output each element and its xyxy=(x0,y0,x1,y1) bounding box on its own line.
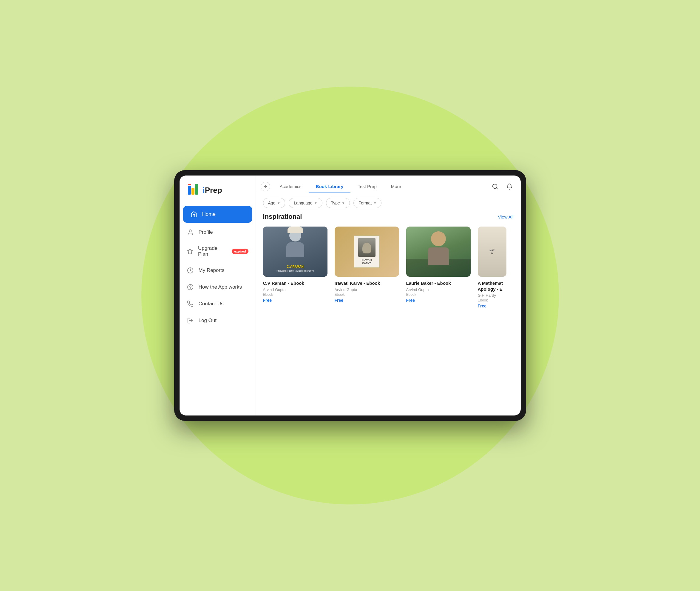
sidebar-item-profile-label: Profile xyxy=(199,229,213,235)
reports-icon xyxy=(187,267,194,274)
book-type-cv-raman: Ebook xyxy=(263,292,327,297)
book-title-laurie: Laurie Baker - Ebook xyxy=(406,280,471,286)
view-all-button[interactable]: View All xyxy=(498,214,513,219)
format-chevron-icon: ▼ xyxy=(373,201,376,205)
filter-bar: Age ▼ Language ▼ Type ▼ Format ▼ xyxy=(256,193,521,213)
logo: iPrep xyxy=(179,176,256,202)
filter-language[interactable]: Language ▼ xyxy=(289,198,322,208)
mathematician-cover-text: MATA xyxy=(488,248,496,256)
book-price-irawati: Free xyxy=(335,298,399,303)
tab-more[interactable]: More xyxy=(384,180,408,193)
filter-format[interactable]: Format ▼ xyxy=(354,198,381,208)
svg-rect-1 xyxy=(191,188,195,195)
collapse-sidebar-button[interactable] xyxy=(261,182,270,191)
age-chevron-icon: ▼ xyxy=(277,201,280,205)
book-type-laurie: Ebook xyxy=(406,292,471,297)
sidebar-item-profile[interactable]: Profile xyxy=(179,224,256,241)
book-author-mathematician: G.H.Hardy xyxy=(478,293,507,298)
book-price-laurie: Free xyxy=(406,298,471,303)
irawati-photo xyxy=(358,238,376,257)
book-cover-laurie xyxy=(406,226,471,277)
logo-icon xyxy=(188,184,201,196)
logout-icon xyxy=(187,317,194,324)
sidebar-item-upgrade-label: Upgrade Plan xyxy=(198,245,227,257)
top-bar-right xyxy=(491,182,514,191)
tablet-screen: iPrep Home xyxy=(179,176,521,415)
language-chevron-icon: ▼ xyxy=(314,201,317,205)
section-title: Inspirational xyxy=(263,213,302,220)
sidebar: iPrep Home xyxy=(179,176,256,415)
sidebar-item-reports-label: My Reports xyxy=(199,267,225,273)
section-header: Inspirational View All xyxy=(263,213,514,220)
book-card-laurie[interactable]: Laurie Baker - Ebook Arvind Gupta Ebook … xyxy=(406,226,471,308)
book-price-mathematician: Free xyxy=(478,304,507,308)
svg-point-4 xyxy=(189,230,191,232)
tab-test-prep[interactable]: Test Prep xyxy=(351,180,384,193)
laurie-figure xyxy=(428,231,449,265)
tab-book-library[interactable]: Book Library xyxy=(309,180,351,193)
home-icon xyxy=(190,211,198,218)
book-author-laurie: Arvind Gupta xyxy=(406,287,471,292)
irawati-inner-frame: IRAVATIKARVE xyxy=(354,235,380,268)
book-title-irawati: Irawati Karve - Ebook xyxy=(335,280,399,286)
type-chevron-icon: ▼ xyxy=(342,201,345,205)
sidebar-item-home-label: Home xyxy=(202,211,216,217)
book-price-cv-raman: Free xyxy=(263,298,327,303)
book-title-mathematician: A Mathemat Apology - E xyxy=(478,280,507,292)
book-title-cv-raman: C.V Raman - Ebook xyxy=(263,280,327,286)
tab-academics[interactable]: Academics xyxy=(273,180,309,193)
sidebar-item-contact-label: Contact Us xyxy=(199,301,224,307)
svg-rect-2 xyxy=(195,184,198,195)
howworks-icon xyxy=(187,283,194,291)
filter-type[interactable]: Type ▼ xyxy=(326,198,350,208)
sidebar-item-howworks-label: How the App works xyxy=(199,284,242,290)
filter-age[interactable]: Age ▼ xyxy=(263,198,286,208)
top-bar-left: Academics Book Library Test Prep More xyxy=(261,180,408,193)
book-card-cv-raman[interactable]: C.V RAMAN7 November 1888 - 21 November 1… xyxy=(263,226,327,308)
sidebar-item-reports[interactable]: My Reports xyxy=(179,262,256,279)
books-grid: C.V RAMAN7 November 1888 - 21 November 1… xyxy=(263,226,514,308)
upgrade-icon xyxy=(187,248,193,255)
top-bar: Academics Book Library Test Prep More xyxy=(256,176,521,193)
sidebar-item-home[interactable]: Home xyxy=(183,206,252,223)
book-section: Inspirational View All xyxy=(256,213,521,415)
sidebar-item-upgrade[interactable]: Upgrade Plan expired xyxy=(179,241,256,262)
search-button[interactable] xyxy=(491,182,499,191)
book-card-mathematician[interactable]: MATA A Mathemat Apology - E G.H.Hardy Eb… xyxy=(478,226,507,308)
book-cover-cv-raman: C.V RAMAN7 November 1888 - 21 November 1… xyxy=(263,226,327,277)
book-card-irawati[interactable]: IRAVATIKARVE Irawati Karve - Ebook Arvin… xyxy=(335,226,399,308)
profile-icon xyxy=(187,228,194,236)
logo-text: iPrep xyxy=(203,186,222,195)
svg-marker-5 xyxy=(187,249,193,254)
book-author-irawati: Arvind Gupta xyxy=(335,287,399,292)
cv-raman-portrait xyxy=(285,229,306,256)
book-cover-mathematician: MATA xyxy=(478,226,507,277)
book-author-cv-raman: Arvind Gupta xyxy=(263,287,327,292)
sidebar-navigation: Home Profile xyxy=(179,202,256,415)
book-cover-irawati: IRAVATIKARVE xyxy=(335,226,399,277)
cv-raman-label: C.V RAMAN7 November 1888 - 21 November 1… xyxy=(263,265,327,272)
book-type-mathematician: Ebook xyxy=(478,298,507,302)
irawati-name-text: IRAVATIKARVE xyxy=(362,259,372,265)
sidebar-item-logout-label: Log Out xyxy=(199,318,217,324)
svg-rect-0 xyxy=(188,186,191,195)
tablet-device: iPrep Home xyxy=(174,170,526,421)
sidebar-item-howworks[interactable]: How the App works xyxy=(179,279,256,296)
svg-rect-3 xyxy=(188,184,191,185)
sidebar-item-contact[interactable]: Contact Us xyxy=(179,296,256,312)
app-container: iPrep Home xyxy=(179,176,521,415)
expired-badge: expired xyxy=(232,249,248,254)
notification-button[interactable] xyxy=(505,182,514,191)
main-tabs: Academics Book Library Test Prep More xyxy=(273,180,408,193)
svg-line-12 xyxy=(496,188,497,189)
book-type-irawati: Ebook xyxy=(335,292,399,297)
sidebar-item-logout[interactable]: Log Out xyxy=(179,312,256,329)
main-content: Academics Book Library Test Prep More xyxy=(256,176,521,415)
contact-icon xyxy=(187,300,194,308)
